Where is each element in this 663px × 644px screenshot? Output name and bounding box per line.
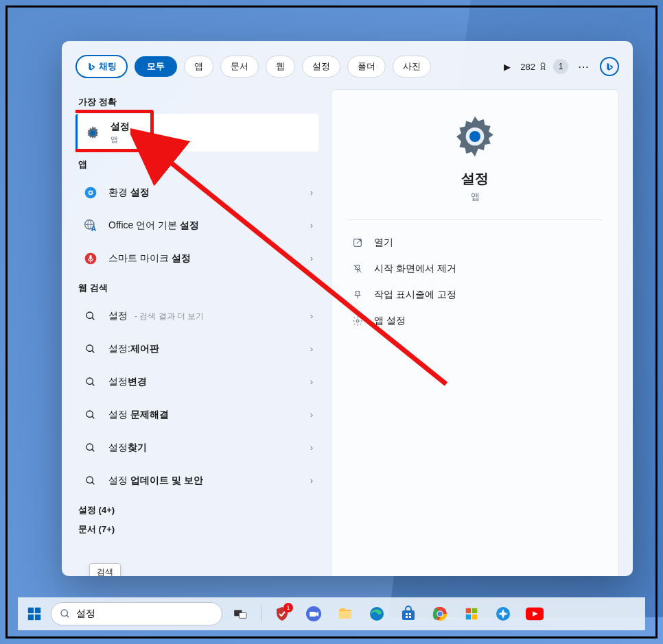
tab-folders[interactable]: 폴더: [347, 56, 386, 77]
action-unpin-start[interactable]: 시작 화면에서 제거: [348, 256, 602, 282]
web-result-troubleshoot[interactable]: 설정 문제해결 ›: [75, 398, 318, 431]
tab-documents[interactable]: 문서: [220, 56, 259, 77]
app-result-office-lang[interactable]: A Office 언어 기본 설정 ›: [75, 209, 318, 242]
result-label: 설정찾기: [108, 442, 147, 454]
rewards-points[interactable]: 282 1: [520, 59, 568, 74]
tab-photos[interactable]: 사진: [393, 56, 431, 77]
tab-web[interactable]: 웹: [266, 56, 295, 77]
tab-all[interactable]: 모두: [135, 56, 177, 77]
action-open[interactable]: 열기: [348, 230, 602, 256]
play-icon[interactable]: ▶: [501, 62, 513, 72]
gear-icon: [453, 115, 497, 158]
chevron-right-icon: ›: [310, 476, 313, 486]
taskbar-app-meet[interactable]: [300, 600, 327, 628]
web-result-find[interactable]: 설정찾기 ›: [75, 431, 318, 464]
result-label: 스마트 마이크 설정: [108, 252, 191, 265]
section-settings-more[interactable]: 설정 (4+): [78, 504, 318, 516]
svg-point-16: [356, 320, 359, 322]
search-icon: [85, 475, 96, 486]
result-label: 설정 업데이트 및 보안: [108, 475, 203, 487]
taskbar-app-chrome[interactable]: [426, 600, 454, 628]
taskbar-search[interactable]: [51, 602, 222, 625]
taskbar-app-explorer[interactable]: [332, 600, 359, 628]
chevron-right-icon: ›: [310, 188, 313, 198]
web-result-control-panel[interactable]: 설정:제어판 ›: [75, 333, 318, 366]
svg-rect-30: [409, 613, 411, 615]
action-label: 작업 표시줄에 고정: [374, 289, 456, 301]
tab-apps[interactable]: 앱: [184, 56, 213, 77]
preview-title: 설정: [348, 169, 602, 188]
youtube-icon: [526, 607, 544, 621]
action-app-settings[interactable]: 앱 설정: [348, 308, 602, 334]
svg-rect-37: [472, 608, 477, 613]
svg-rect-18: [28, 608, 34, 613]
circle-tool-icon: [495, 606, 511, 622]
svg-rect-20: [28, 615, 34, 620]
more-icon[interactable]: ⋯: [575, 60, 593, 73]
section-best-match: 가장 정확: [78, 96, 318, 108]
globe-a-icon: A: [84, 219, 97, 232]
ms365-icon: [464, 606, 479, 621]
start-button[interactable]: [22, 601, 47, 626]
svg-rect-6: [89, 255, 91, 260]
svg-point-11: [86, 444, 93, 450]
taskbar-app-edge[interactable]: [363, 600, 391, 628]
web-result-more[interactable]: 설정 - 검색 결과 더 보기 ›: [75, 300, 318, 333]
svg-point-27: [370, 607, 384, 621]
taskbar-app-ms365[interactable]: [458, 600, 485, 628]
taskbar-search-input[interactable]: [76, 608, 213, 619]
svg-point-9: [86, 378, 93, 384]
camera-icon: [305, 606, 322, 622]
section-documents-more[interactable]: 문서 (7+): [78, 523, 318, 536]
taskbar-app-youtube[interactable]: [521, 600, 548, 628]
svg-rect-32: [409, 616, 411, 618]
bing-icon: [605, 62, 614, 71]
action-pin-taskbar[interactable]: 작업 표시줄에 고정: [348, 282, 602, 308]
best-match-item[interactable]: 설정 앱: [75, 114, 318, 152]
results-left-column: 가장 정확 설정 앱 앱 환경 설정 ›: [75, 89, 318, 576]
chevron-right-icon: ›: [310, 377, 313, 387]
svg-rect-29: [406, 613, 408, 615]
bing-icon: [86, 62, 96, 71]
svg-rect-31: [406, 616, 408, 618]
taskbar-app-todo[interactable]: 1: [268, 600, 296, 628]
chevron-right-icon: ›: [310, 221, 313, 230]
section-apps: 앱: [78, 158, 318, 171]
chevron-right-icon: ›: [310, 410, 313, 420]
web-result-update-security[interactable]: 설정 업데이트 및 보안 ›: [75, 464, 318, 497]
chrome-icon: [432, 606, 448, 622]
svg-point-35: [438, 612, 443, 617]
taskbar-app-store[interactable]: [395, 600, 422, 628]
svg-point-0: [541, 63, 545, 67]
app-result-env-settings[interactable]: 환경 설정 ›: [75, 176, 318, 209]
bing-button[interactable]: [600, 57, 619, 76]
result-label: 설정 - 검색 결과 더 보기: [108, 310, 204, 322]
result-label: 설정변경: [108, 376, 147, 388]
result-label: 환경 설정: [108, 187, 150, 199]
svg-rect-28: [402, 610, 415, 620]
result-label: Office 언어 기본 설정: [108, 219, 199, 232]
tab-settings[interactable]: 설정: [302, 56, 340, 77]
chevron-right-icon: ›: [310, 254, 313, 263]
task-view-button[interactable]: [226, 600, 254, 628]
svg-point-1: [91, 130, 95, 135]
svg-rect-38: [466, 615, 471, 619]
store-icon: [400, 606, 417, 622]
taskbar: 1: [18, 597, 645, 630]
gear-small-icon: [352, 315, 363, 326]
section-web-search: 웹 검색: [78, 282, 318, 294]
result-label: 설정 문제해결: [108, 409, 169, 421]
taskbar-app-tool[interactable]: [489, 600, 517, 628]
preview-pane: 설정 앱 열기 시작 화면에서 제거 작업 표시줄에 고정 앱 설정: [331, 89, 619, 576]
svg-rect-24: [239, 612, 246, 618]
svg-text:A: A: [91, 225, 96, 232]
web-result-change[interactable]: 설정변경 ›: [75, 366, 318, 398]
search-icon: [85, 442, 96, 453]
tab-chat[interactable]: 채팅: [75, 55, 128, 78]
app-result-smart-mic[interactable]: 스마트 마이크 설정 ›: [75, 242, 318, 275]
tooltip-search: 검색: [89, 563, 121, 576]
search-icon: [85, 344, 96, 355]
best-match-title: 설정: [110, 121, 130, 133]
svg-point-22: [61, 610, 67, 616]
svg-point-7: [86, 312, 93, 318]
